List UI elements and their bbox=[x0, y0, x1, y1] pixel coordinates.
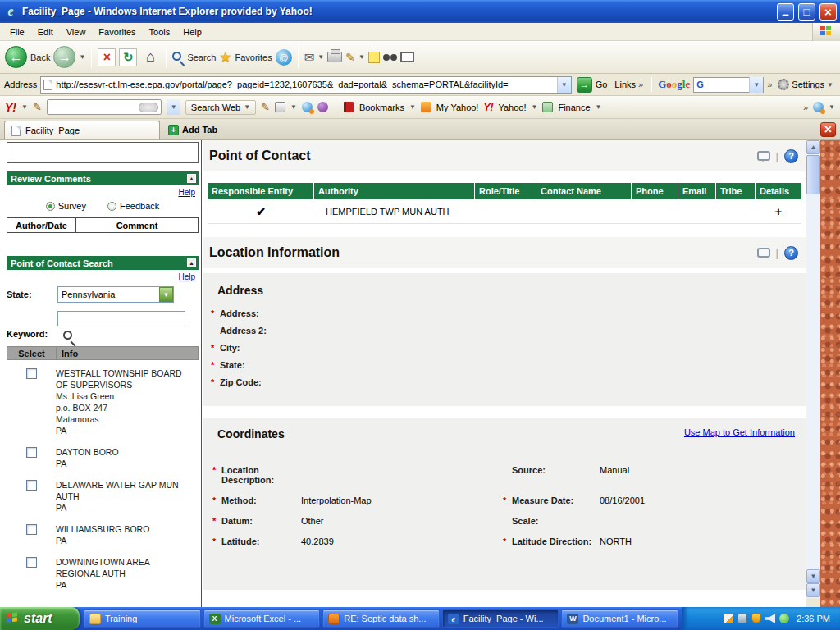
task-training[interactable]: Training bbox=[84, 609, 201, 628]
address-url[interactable]: http://esesvr-ct.lm-ese.epa.gov/portal/p… bbox=[56, 80, 553, 89]
bookmarks-label[interactable]: Bookmarks bbox=[359, 103, 404, 112]
menu-help[interactable]: Help bbox=[176, 25, 208, 39]
bookmarks-dropdown-icon[interactable] bbox=[409, 103, 416, 111]
web-globe-icon[interactable] bbox=[302, 102, 313, 112]
network-status-icon[interactable] bbox=[813, 102, 824, 112]
network-dropdown-icon[interactable] bbox=[829, 103, 835, 111]
favorites-label[interactable]: Favorites bbox=[235, 52, 272, 62]
menu-tools[interactable]: Tools bbox=[143, 25, 177, 39]
bookmarks-icon[interactable] bbox=[344, 102, 354, 112]
keyword-search-icon[interactable] bbox=[63, 331, 72, 340]
close-button[interactable] bbox=[819, 3, 837, 21]
edit-dropdown-icon[interactable] bbox=[358, 53, 365, 61]
history-dropdown-icon[interactable] bbox=[79, 53, 85, 61]
finance-dropdown-icon[interactable] bbox=[596, 103, 602, 111]
pencil-icon[interactable] bbox=[33, 101, 42, 113]
review-comments-help-link[interactable]: Help bbox=[7, 188, 195, 197]
details-expand-button[interactable]: + bbox=[756, 204, 801, 218]
maximize-button[interactable] bbox=[798, 3, 815, 21]
collapse-icon[interactable] bbox=[187, 258, 196, 267]
yahoo-y-icon[interactable]: Y! bbox=[483, 102, 493, 113]
keyword-input[interactable] bbox=[57, 311, 185, 326]
forward-button[interactable] bbox=[53, 46, 75, 68]
add-tab-button[interactable]: Add Tab bbox=[165, 121, 224, 138]
task-email[interactable]: RE: Septic data sh... bbox=[322, 609, 440, 628]
security-shield-icon[interactable] bbox=[751, 614, 761, 623]
print-button[interactable] bbox=[327, 52, 342, 62]
scroll-up-button[interactable] bbox=[806, 140, 820, 154]
help-icon[interactable]: ? bbox=[784, 246, 798, 260]
minimize-button[interactable] bbox=[777, 3, 794, 21]
result-checkbox[interactable] bbox=[26, 480, 37, 491]
task-facility-page[interactable]: Facility_Page - Wi... bbox=[442, 609, 559, 628]
menu-edit[interactable]: Edit bbox=[31, 25, 60, 39]
display-icon[interactable] bbox=[737, 614, 747, 623]
yahoo-home-label[interactable]: Yahoo! bbox=[498, 103, 526, 112]
google-search-input[interactable]: G bbox=[693, 77, 764, 93]
radio-feedback-icon[interactable] bbox=[107, 202, 116, 211]
collapse-icon[interactable] bbox=[187, 174, 196, 183]
vertical-scrollbar[interactable] bbox=[806, 140, 820, 607]
home-button[interactable] bbox=[140, 48, 160, 67]
task-excel[interactable]: Microsoft Excel - ... bbox=[203, 609, 321, 628]
radio-feedback[interactable]: Feedback bbox=[107, 201, 159, 211]
pen-input-icon[interactable] bbox=[724, 614, 733, 623]
address-dropdown-icon[interactable] bbox=[557, 77, 571, 93]
search-icon[interactable] bbox=[172, 52, 181, 61]
yahoo-home-dropdown-icon[interactable] bbox=[532, 103, 538, 111]
panels-button[interactable] bbox=[400, 52, 414, 62]
address-input[interactable]: http://esesvr-ct.lm-ese.epa.gov/portal/p… bbox=[40, 76, 571, 94]
start-button[interactable]: start bbox=[0, 607, 80, 630]
menu-favorites[interactable]: Favorites bbox=[92, 25, 142, 39]
my-yahoo-icon[interactable] bbox=[421, 102, 431, 112]
pen-tool-icon[interactable] bbox=[261, 101, 270, 113]
google-dropdown-icon[interactable] bbox=[749, 77, 763, 93]
help-icon[interactable]: ? bbox=[784, 149, 798, 163]
yahoo-search-dropdown-icon[interactable] bbox=[167, 99, 180, 115]
comment-bubble-icon[interactable] bbox=[757, 151, 770, 161]
notes-button[interactable] bbox=[368, 52, 380, 63]
refresh-button[interactable] bbox=[119, 48, 137, 66]
comment-bubble-icon[interactable] bbox=[757, 248, 770, 258]
search-label[interactable]: Search bbox=[187, 52, 216, 62]
mail-dropdown-icon[interactable] bbox=[317, 53, 324, 61]
yahoo-search-input[interactable] bbox=[47, 99, 162, 115]
edit-page-button[interactable] bbox=[345, 50, 355, 65]
scroll-thumb[interactable] bbox=[806, 155, 820, 194]
menu-view[interactable]: View bbox=[60, 25, 93, 39]
radio-survey-icon[interactable] bbox=[46, 202, 55, 211]
radio-survey[interactable]: Survey bbox=[46, 201, 86, 211]
web-assistant-icon[interactable] bbox=[276, 49, 292, 66]
close-tab-button[interactable] bbox=[820, 122, 836, 137]
mail-button[interactable] bbox=[304, 50, 315, 65]
overflow-chevron-icon[interactable] bbox=[767, 80, 772, 89]
state-select[interactable]: Pennsylvania bbox=[57, 286, 174, 303]
back-button[interactable] bbox=[5, 46, 27, 68]
menu-file[interactable]: File bbox=[3, 25, 31, 39]
result-checkbox[interactable] bbox=[26, 368, 37, 379]
poc-search-help-link[interactable]: Help bbox=[7, 272, 195, 281]
links-menu[interactable]: Links bbox=[612, 80, 646, 89]
go-button[interactable]: Go bbox=[575, 77, 609, 93]
window-tool-dropdown-icon[interactable] bbox=[290, 103, 297, 111]
settings-menu[interactable]: Settings bbox=[775, 79, 836, 90]
find-button[interactable] bbox=[383, 54, 390, 61]
scroll-down-button-2[interactable] bbox=[806, 583, 820, 597]
favorites-star-icon[interactable] bbox=[219, 48, 231, 66]
yahoo-logo-dropdown-icon[interactable] bbox=[21, 103, 28, 111]
finance-icon[interactable] bbox=[542, 102, 553, 112]
volume-icon[interactable] bbox=[765, 614, 775, 623]
messenger-icon[interactable] bbox=[779, 614, 789, 623]
stop-button[interactable] bbox=[98, 48, 116, 66]
chevron-down-icon[interactable] bbox=[159, 287, 173, 302]
my-yahoo-label[interactable]: My Yahoo! bbox=[436, 103, 479, 112]
search-web-button[interactable]: Search Web bbox=[185, 100, 256, 115]
result-checkbox[interactable] bbox=[26, 524, 37, 535]
yahoo-logo[interactable]: Y! bbox=[5, 101, 16, 114]
yahoo-overflow-chevron-icon[interactable] bbox=[803, 103, 808, 112]
window-tool-icon[interactable] bbox=[275, 102, 285, 112]
result-checkbox[interactable] bbox=[26, 447, 37, 458]
messenger-tool-icon[interactable] bbox=[317, 102, 328, 112]
finance-label[interactable]: Finance bbox=[558, 103, 590, 112]
result-checkbox[interactable] bbox=[26, 557, 37, 568]
